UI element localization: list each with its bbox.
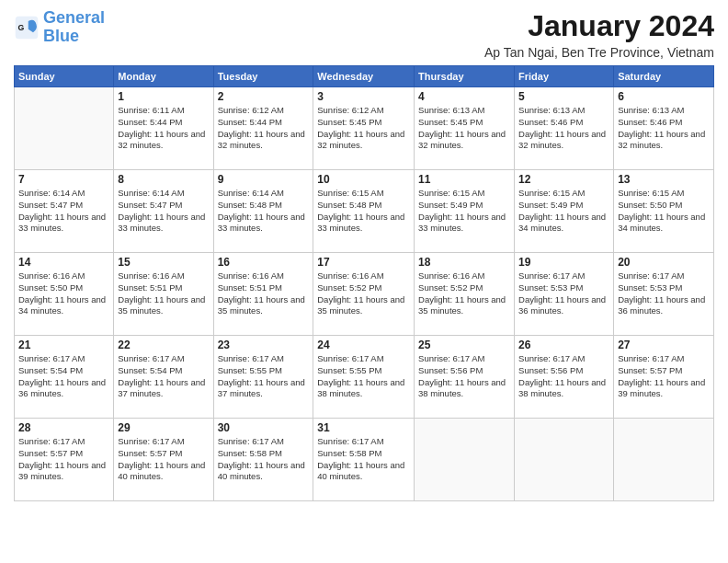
calendar-cell: 21Sunrise: 6:17 AMSunset: 5:54 PMDayligh… xyxy=(15,336,114,419)
day-info: Sunrise: 6:16 AMSunset: 5:52 PMDaylight:… xyxy=(317,270,410,317)
day-info: Sunrise: 6:13 AMSunset: 5:45 PMDaylight:… xyxy=(418,105,510,152)
day-number: 31 xyxy=(317,421,410,434)
day-number: 8 xyxy=(118,173,209,186)
calendar-cell: 19Sunrise: 6:17 AMSunset: 5:53 PMDayligh… xyxy=(515,253,614,336)
day-info: Sunrise: 6:12 AMSunset: 5:45 PMDaylight:… xyxy=(317,105,410,152)
day-number: 23 xyxy=(218,339,310,351)
calendar-cell: 11Sunrise: 6:15 AMSunset: 5:49 PMDayligh… xyxy=(415,170,515,253)
day-info: Sunrise: 6:17 AMSunset: 5:55 PMDaylight:… xyxy=(218,353,310,400)
header-day-saturday: Saturday xyxy=(614,66,714,87)
logo: G General Blue xyxy=(14,9,105,46)
calendar-week-4: 28Sunrise: 6:17 AMSunset: 5:57 PMDayligh… xyxy=(15,419,714,501)
day-info: Sunrise: 6:17 AMSunset: 5:56 PMDaylight:… xyxy=(518,353,609,400)
day-number: 1 xyxy=(118,90,209,103)
day-number: 28 xyxy=(18,421,109,434)
day-number: 10 xyxy=(317,173,410,186)
calendar-cell: 31Sunrise: 6:17 AMSunset: 5:58 PMDayligh… xyxy=(313,419,415,501)
calendar-week-2: 14Sunrise: 6:16 AMSunset: 5:50 PMDayligh… xyxy=(15,253,714,336)
calendar-cell: 10Sunrise: 6:15 AMSunset: 5:48 PMDayligh… xyxy=(313,170,415,253)
day-info: Sunrise: 6:14 AMSunset: 5:47 PMDaylight:… xyxy=(18,188,109,235)
calendar-cell: 23Sunrise: 6:17 AMSunset: 5:55 PMDayligh… xyxy=(213,336,313,419)
header-row: SundayMondayTuesdayWednesdayThursdayFrid… xyxy=(15,66,714,87)
calendar-cell: 26Sunrise: 6:17 AMSunset: 5:56 PMDayligh… xyxy=(515,336,614,419)
calendar-cell: 25Sunrise: 6:17 AMSunset: 5:56 PMDayligh… xyxy=(415,336,515,419)
day-number: 21 xyxy=(18,339,109,351)
day-number: 6 xyxy=(618,90,710,103)
calendar-cell: 22Sunrise: 6:17 AMSunset: 5:54 PMDayligh… xyxy=(114,336,213,419)
calendar-cell: 4Sunrise: 6:13 AMSunset: 5:45 PMDaylight… xyxy=(415,87,515,170)
day-number: 22 xyxy=(118,339,209,351)
calendar-cell: 27Sunrise: 6:17 AMSunset: 5:57 PMDayligh… xyxy=(614,336,714,419)
calendar-cell: 9Sunrise: 6:14 AMSunset: 5:48 PMDaylight… xyxy=(213,170,313,253)
header-day-tuesday: Tuesday xyxy=(213,66,313,87)
day-info: Sunrise: 6:16 AMSunset: 5:51 PMDaylight:… xyxy=(118,270,209,317)
day-info: Sunrise: 6:13 AMSunset: 5:46 PMDaylight:… xyxy=(618,105,710,152)
day-info: Sunrise: 6:17 AMSunset: 5:57 PMDaylight:… xyxy=(618,353,710,400)
day-info: Sunrise: 6:17 AMSunset: 5:58 PMDaylight:… xyxy=(317,436,410,483)
day-info: Sunrise: 6:14 AMSunset: 5:47 PMDaylight:… xyxy=(118,188,209,235)
day-info: Sunrise: 6:17 AMSunset: 5:53 PMDaylight:… xyxy=(618,270,710,317)
day-number: 19 xyxy=(518,256,609,269)
day-info: Sunrise: 6:14 AMSunset: 5:48 PMDaylight:… xyxy=(218,188,310,235)
day-info: Sunrise: 6:16 AMSunset: 5:50 PMDaylight:… xyxy=(18,270,109,317)
day-number: 16 xyxy=(218,256,310,269)
calendar-week-3: 21Sunrise: 6:17 AMSunset: 5:54 PMDayligh… xyxy=(15,336,714,419)
day-number: 11 xyxy=(418,173,510,186)
header-day-friday: Friday xyxy=(515,66,614,87)
header-day-monday: Monday xyxy=(114,66,213,87)
title-area: January 2024 Ap Tan Ngai, Ben Tre Provin… xyxy=(484,9,714,60)
day-info: Sunrise: 6:13 AMSunset: 5:46 PMDaylight:… xyxy=(518,105,609,152)
day-number: 2 xyxy=(218,90,310,103)
day-info: Sunrise: 6:15 AMSunset: 5:49 PMDaylight:… xyxy=(418,188,510,235)
calendar-cell xyxy=(614,419,714,501)
calendar-table: SundayMondayTuesdayWednesdayThursdayFrid… xyxy=(14,65,714,501)
day-info: Sunrise: 6:17 AMSunset: 5:57 PMDaylight:… xyxy=(18,436,109,483)
logo-general: General xyxy=(43,8,105,27)
calendar-week-0: 1Sunrise: 6:11 AMSunset: 5:44 PMDaylight… xyxy=(15,87,714,170)
day-number: 29 xyxy=(118,421,209,434)
calendar-body: 1Sunrise: 6:11 AMSunset: 5:44 PMDaylight… xyxy=(15,87,714,501)
calendar-cell: 2Sunrise: 6:12 AMSunset: 5:44 PMDaylight… xyxy=(213,87,313,170)
calendar-cell xyxy=(515,419,614,501)
day-info: Sunrise: 6:15 AMSunset: 5:49 PMDaylight:… xyxy=(518,188,609,235)
day-number: 24 xyxy=(317,339,410,351)
calendar-cell: 28Sunrise: 6:17 AMSunset: 5:57 PMDayligh… xyxy=(15,419,114,501)
day-number: 18 xyxy=(418,256,510,269)
day-info: Sunrise: 6:17 AMSunset: 5:53 PMDaylight:… xyxy=(518,270,609,317)
calendar-cell: 18Sunrise: 6:16 AMSunset: 5:52 PMDayligh… xyxy=(415,253,515,336)
day-number: 20 xyxy=(618,256,710,269)
calendar-cell: 8Sunrise: 6:14 AMSunset: 5:47 PMDaylight… xyxy=(114,170,213,253)
day-number: 15 xyxy=(118,256,209,269)
day-info: Sunrise: 6:16 AMSunset: 5:51 PMDaylight:… xyxy=(218,270,310,317)
calendar-cell: 16Sunrise: 6:16 AMSunset: 5:51 PMDayligh… xyxy=(213,253,313,336)
day-info: Sunrise: 6:15 AMSunset: 5:48 PMDaylight:… xyxy=(317,188,410,235)
page-header: G General Blue January 2024 Ap Tan Ngai,… xyxy=(14,9,714,60)
calendar-cell: 13Sunrise: 6:15 AMSunset: 5:50 PMDayligh… xyxy=(614,170,714,253)
calendar-cell: 3Sunrise: 6:12 AMSunset: 5:45 PMDaylight… xyxy=(313,87,415,170)
header-day-thursday: Thursday xyxy=(415,66,515,87)
calendar-cell xyxy=(415,419,515,501)
calendar-cell: 17Sunrise: 6:16 AMSunset: 5:52 PMDayligh… xyxy=(313,253,415,336)
day-info: Sunrise: 6:17 AMSunset: 5:58 PMDaylight:… xyxy=(218,436,310,483)
header-day-wednesday: Wednesday xyxy=(313,66,415,87)
calendar-cell: 5Sunrise: 6:13 AMSunset: 5:46 PMDaylight… xyxy=(515,87,614,170)
day-info: Sunrise: 6:17 AMSunset: 5:57 PMDaylight:… xyxy=(118,436,209,483)
header-day-sunday: Sunday xyxy=(15,66,114,87)
day-number: 27 xyxy=(618,339,710,351)
month-title: January 2024 xyxy=(484,9,714,43)
calendar-header: SundayMondayTuesdayWednesdayThursdayFrid… xyxy=(15,66,714,87)
day-number: 26 xyxy=(518,339,609,351)
logo-blue: Blue xyxy=(43,27,79,45)
calendar-cell: 29Sunrise: 6:17 AMSunset: 5:57 PMDayligh… xyxy=(114,419,213,501)
day-info: Sunrise: 6:12 AMSunset: 5:44 PMDaylight:… xyxy=(218,105,310,152)
day-info: Sunrise: 6:17 AMSunset: 5:55 PMDaylight:… xyxy=(317,353,410,400)
calendar-cell: 15Sunrise: 6:16 AMSunset: 5:51 PMDayligh… xyxy=(114,253,213,336)
day-number: 13 xyxy=(618,173,710,186)
calendar-cell: 20Sunrise: 6:17 AMSunset: 5:53 PMDayligh… xyxy=(614,253,714,336)
day-number: 7 xyxy=(18,173,109,186)
calendar-cell: 30Sunrise: 6:17 AMSunset: 5:58 PMDayligh… xyxy=(213,419,313,501)
calendar-week-1: 7Sunrise: 6:14 AMSunset: 5:47 PMDaylight… xyxy=(15,170,714,253)
calendar-cell xyxy=(15,87,114,170)
day-info: Sunrise: 6:17 AMSunset: 5:54 PMDaylight:… xyxy=(18,353,109,400)
calendar-cell: 7Sunrise: 6:14 AMSunset: 5:47 PMDaylight… xyxy=(15,170,114,253)
